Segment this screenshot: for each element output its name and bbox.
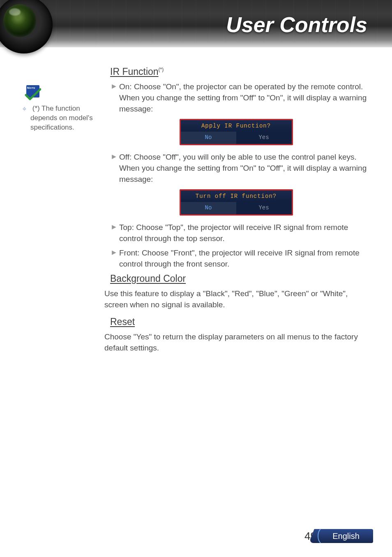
footer: 49 English xyxy=(304,529,373,543)
section-title-background-color: Background Color xyxy=(103,273,369,284)
background-color-text: Use this feature to display a "Black", "… xyxy=(104,288,369,311)
note-badge-icon: Note xyxy=(25,85,41,102)
reset-text: Choose "Yes" to return the display param… xyxy=(104,332,369,354)
bullet-ir-on: ▶ On: Choose "On", the projector can be … xyxy=(112,81,369,115)
diamond-icon: ❖ xyxy=(26,106,30,112)
osd-dialog-turn-off-ir: Turn off IR function? No Yes xyxy=(180,189,293,216)
osd-title: Turn off IR function? xyxy=(181,190,292,202)
bullet-ir-top: ▶ Top: Choose "Top", the projector will … xyxy=(112,222,369,244)
bullet-ir-off: ▶ Off: Choose "Off", you will only be ab… xyxy=(112,152,369,185)
chevron-right-icon: ▶ xyxy=(112,248,119,270)
bullet-ir-top-text: Top: Choose "Top", the projector will re… xyxy=(119,222,369,244)
chevron-right-icon: ▶ xyxy=(112,81,119,115)
section-title-reset: Reset xyxy=(103,316,369,327)
bullet-ir-off-text: Off: Choose "Off", you will only be able… xyxy=(119,152,369,185)
osd-no-button[interactable]: No xyxy=(181,132,236,144)
header-band: User Controls xyxy=(0,0,392,47)
bullet-ir-on-text: On: Choose "On", the projector can be op… xyxy=(119,81,369,115)
language-label: English xyxy=(332,531,360,541)
chevron-right-icon: ▶ xyxy=(112,152,119,185)
bullet-ir-front-text: Front: Choose "Front", the projector wil… xyxy=(119,248,369,270)
osd-dialog-apply-ir: Apply IR Function? No Yes xyxy=(180,119,293,145)
main-content: IR Function(*) ▶ On: Choose "On", the pr… xyxy=(103,64,369,360)
note-text-content: (*) The function depends on model's spec… xyxy=(30,104,93,131)
lens-icon xyxy=(0,0,53,53)
chevron-right-icon: ▶ xyxy=(112,222,119,244)
sidebar: Note ❖ (*) The function depends on model… xyxy=(16,64,103,360)
language-pill: English xyxy=(319,529,373,543)
note-footnote-text: ❖ (*) The function depends on model's sp… xyxy=(16,104,103,132)
osd-no-button[interactable]: No xyxy=(181,202,236,214)
osd-title: Apply IR Function? xyxy=(181,120,292,132)
osd-yes-button[interactable]: Yes xyxy=(236,202,292,214)
bullet-ir-front: ▶ Front: Choose "Front", the projector w… xyxy=(112,248,369,270)
osd-yes-button[interactable]: Yes xyxy=(236,132,292,144)
page-title: User Controls xyxy=(226,12,367,37)
section-title-ir-function: IR Function(*) xyxy=(103,66,369,77)
